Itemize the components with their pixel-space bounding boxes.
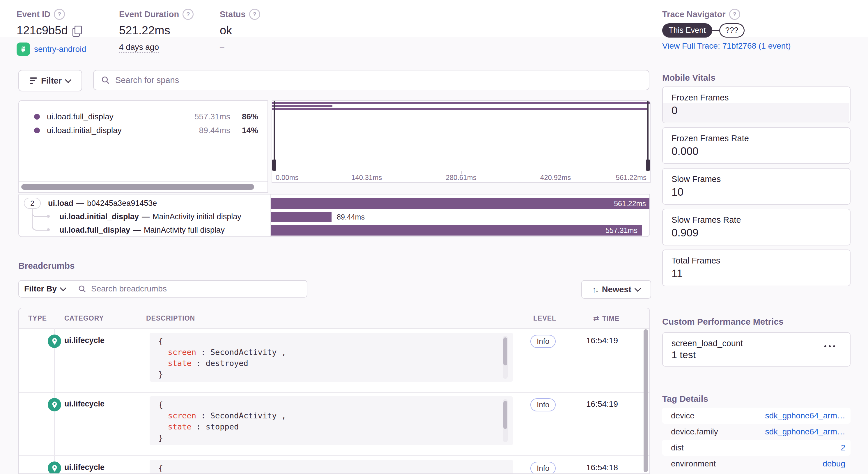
level-badge: Info (530, 335, 556, 348)
chevron-down-icon (65, 77, 72, 83)
spans-search[interactable] (93, 70, 649, 90)
help-icon[interactable] (249, 9, 260, 20)
minimap-right-handle[interactable] (646, 101, 650, 171)
unknown-trace-pill[interactable]: ??? (719, 23, 745, 37)
axis-tick: 561.22ms (616, 174, 647, 182)
breadcrumb-code-block: { (150, 460, 513, 474)
tag-row: environment debug (662, 456, 850, 472)
custom-metrics-title: Custom Performance Metrics (662, 317, 783, 327)
vital-card: Total Frames 11 (662, 249, 850, 286)
legend-scrollbar[interactable] (19, 181, 268, 192)
spans-filter-button[interactable]: Filter (18, 70, 82, 91)
breadcrumb-row: ui.lifecycle { screen : SecondActivity ,… (19, 328, 649, 393)
tag-value-link[interactable]: debug (823, 459, 845, 469)
filter-lines-icon (30, 78, 37, 84)
breadcrumbs-table: TYPE CATEGORY DESCRIPTION LEVEL TIME ui.… (18, 308, 650, 474)
tag-value-link[interactable]: sdk_gphone64_arm… (765, 411, 845, 420)
trace-navigator-block: Trace Navigator This Event ??? (662, 0, 745, 37)
status-sub: – (220, 42, 224, 52)
col-type: TYPE (28, 315, 47, 322)
breadcrumbs-sort-button[interactable]: Newest (581, 280, 651, 299)
col-time-sort[interactable]: TIME (593, 315, 619, 323)
breadcrumb-row: ui.lifecycle { Info 16:54:18 (19, 455, 649, 474)
breadcrumb-code-block: { screen : SecondActivity , state : stop… (150, 396, 513, 445)
project-link[interactable]: sentry-android (17, 42, 86, 56)
table-scrollbar[interactable] (644, 329, 648, 472)
span-waterfall: 2 ui.load—b04245a3ea91453e 561.22ms ui.l… (18, 194, 650, 237)
span-color-dot (34, 127, 40, 134)
legend-item[interactable]: ui.load.full_display 557.31ms 86% (19, 110, 268, 123)
help-icon[interactable] (54, 9, 65, 20)
view-full-trace[interactable]: View Full Trace: 71bf2768 (1 event) (662, 41, 791, 51)
vital-card: Slow Frames Rate 0.909 (662, 209, 850, 245)
status-block: Status ok (220, 0, 260, 37)
time-axis: 0.00ms 140.31ms 280.61ms 420.92ms 561.22… (272, 171, 650, 182)
minimap-left-handle[interactable] (272, 101, 276, 171)
span-row[interactable]: ui.load.initial_display—MainActivity ini… (19, 210, 649, 224)
search-icon (101, 76, 110, 85)
breadcrumb-category: ui.lifecycle (64, 463, 104, 472)
span-minimap[interactable]: 0.00ms 140.31ms 280.61ms 420.92ms 561.22… (272, 100, 651, 183)
spans-search-input[interactable] (115, 75, 642, 85)
tag-value-link[interactable]: 2 (841, 443, 845, 452)
this-event-pill[interactable]: This Event (662, 23, 712, 37)
col-level: LEVEL (533, 315, 556, 322)
span-duration: 557.31ms (606, 226, 642, 235)
event-duration-label: Event Duration (119, 9, 179, 19)
span-bar[interactable]: 89.44ms (271, 212, 332, 222)
tag-row: device.family sdk_gphone64_arm… (662, 424, 850, 440)
android-icon (17, 42, 30, 56)
span-bar[interactable]: 557.31ms (271, 225, 642, 236)
minimap-bar (272, 102, 650, 104)
span-bar[interactable]: 561.22ms (271, 198, 650, 209)
axis-tick: 0.00ms (276, 174, 299, 182)
custom-metric-card: screen_load_count 1 test (662, 332, 850, 366)
event-age[interactable]: 4 days ago (119, 42, 159, 53)
axis-tick: 420.92ms (540, 174, 571, 182)
search-icon (78, 285, 87, 293)
project-name[interactable]: sentry-android (34, 45, 86, 54)
chevron-down-icon (634, 285, 641, 292)
ellipsis-menu-icon[interactable] (824, 343, 840, 349)
code-scrollbar[interactable] (503, 336, 508, 379)
status-label: Status (220, 9, 246, 19)
legend-item[interactable]: ui.load.initial_display 89.44ms 14% (19, 124, 268, 137)
code-scrollbar[interactable] (503, 399, 508, 442)
chevron-down-icon (60, 285, 67, 291)
tag-details-title: Tag Details (662, 394, 708, 404)
tag-row: dist 2 (662, 440, 850, 456)
breadcrumb-row: ui.lifecycle { screen : SecondActivity ,… (19, 392, 649, 456)
help-icon[interactable] (729, 9, 740, 20)
col-description: DESCRIPTION (146, 315, 195, 322)
breadcrumb-time: 16:54:19 (586, 336, 618, 345)
event-id-label: Event ID (17, 9, 50, 19)
level-badge: Info (530, 462, 556, 474)
axis-tick: 140.31ms (351, 174, 382, 182)
span-color-dot (34, 114, 40, 120)
span-row[interactable]: 2 ui.load—b04245a3ea91453e 561.22ms (19, 197, 649, 210)
help-icon[interactable] (183, 9, 193, 20)
span-row[interactable]: ui.load.full_display—MainActivity full d… (19, 224, 649, 237)
event-duration-block: Event Duration 521.22ms (119, 0, 193, 37)
scrollbar-thumb[interactable] (21, 184, 254, 190)
minimap-bar (272, 108, 647, 110)
mobile-vitals-title: Mobile Vitals (662, 73, 715, 83)
copy-icon[interactable] (72, 26, 81, 35)
breadcrumbs-toolbar: Filter By (18, 280, 307, 298)
breadcrumbs-filter-by[interactable]: Filter By (19, 281, 71, 297)
tag-value-link[interactable]: sdk_gphone64_arm… (765, 427, 845, 437)
tag-row: device sdk_gphone64_arm… (662, 408, 850, 424)
breadcrumbs-search[interactable] (71, 281, 307, 297)
breadcrumbs-table-header: TYPE CATEGORY DESCRIPTION LEVEL TIME (19, 308, 649, 329)
level-badge: Info (530, 398, 556, 411)
span-legend-panel: ui.load.full_display 557.31ms 86% ui.loa… (18, 100, 268, 193)
event-detail-page: Event ID 121c9b5d sentry-android Event D… (0, 0, 868, 474)
breadcrumb-category: ui.lifecycle (64, 336, 104, 345)
location-pin-icon (48, 334, 61, 348)
status-value: ok (220, 24, 232, 37)
trace-connector (712, 30, 719, 31)
span-count-badge[interactable]: 2 (24, 198, 41, 209)
breadcrumbs-search-input[interactable] (91, 284, 300, 294)
event-id-block: Event ID 121c9b5d (17, 0, 81, 37)
span-duration: 561.22ms (614, 200, 650, 208)
